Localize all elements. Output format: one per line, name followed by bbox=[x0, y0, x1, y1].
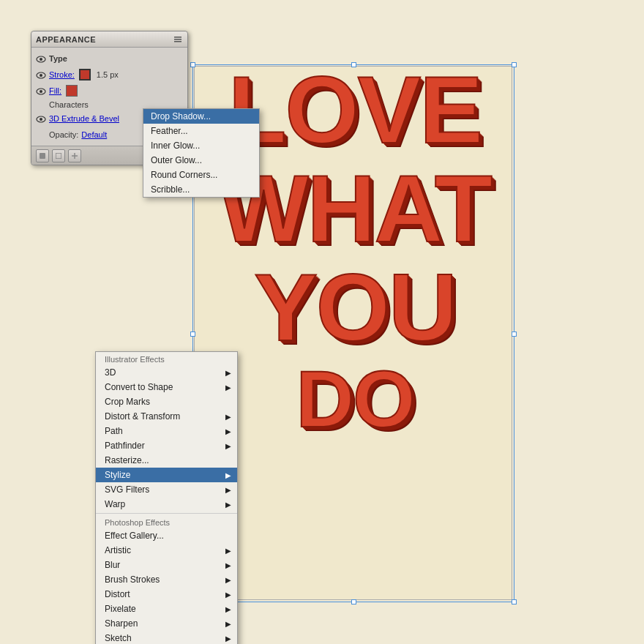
stroke-color-swatch[interactable] bbox=[79, 69, 91, 80]
panel-btn-2[interactable] bbox=[52, 149, 65, 162]
arrow-icon-pathfinder: ▶ bbox=[225, 442, 231, 450]
menu-item-effect-gallery[interactable]: Effect Gallery... bbox=[96, 528, 237, 543]
arrow-icon-artistic: ▶ bbox=[225, 547, 231, 555]
svg-point-4 bbox=[40, 58, 42, 61]
submenu-item-inner-glow[interactable]: Inner Glow... bbox=[143, 138, 259, 153]
panel-menu-button[interactable] bbox=[173, 34, 183, 45]
menu-item-pathfinder[interactable]: Pathfinder ▶ bbox=[96, 438, 237, 453]
stroke-label[interactable]: Stroke: bbox=[49, 70, 75, 79]
menu-item-crop-marks[interactable]: Crop Marks bbox=[96, 394, 237, 409]
arrow-icon-stylize: ▶ bbox=[225, 471, 231, 479]
arrow-icon-path: ▶ bbox=[225, 427, 231, 435]
effect-visibility-eye[interactable] bbox=[36, 115, 46, 122]
fill-visibility-eye[interactable] bbox=[36, 87, 46, 94]
opacity-label: Opacity: bbox=[49, 130, 78, 139]
fill-row: Fill: bbox=[31, 83, 187, 99]
submenu-item-outer-glow[interactable]: Outer Glow... bbox=[143, 153, 259, 168]
submenu-item-round-corners[interactable]: Round Corners... bbox=[143, 168, 259, 182]
submenu-item-feather[interactable]: Feather... bbox=[143, 124, 259, 138]
menu-item-artistic[interactable]: Artistic ▶ bbox=[96, 543, 237, 558]
panel-btn-3[interactable] bbox=[68, 149, 81, 162]
panel-titlebar: APPEARANCE bbox=[31, 31, 187, 48]
stroke-row: Stroke: 1.5 px bbox=[31, 67, 187, 83]
svg-point-6 bbox=[40, 74, 42, 77]
context-menu: Illustrator Effects 3D ▶ Convert to Shap… bbox=[95, 351, 238, 644]
menu-divider-1 bbox=[96, 513, 237, 514]
svg-rect-11 bbox=[40, 153, 45, 159]
arrow-icon-blur: ▶ bbox=[225, 561, 231, 569]
stroke-visibility-eye[interactable] bbox=[36, 71, 46, 78]
menu-item-warp[interactable]: Warp ▶ bbox=[96, 497, 237, 512]
menu-item-pixelate[interactable]: Pixelate ▶ bbox=[96, 602, 237, 616]
menu-item-path[interactable]: Path ▶ bbox=[96, 424, 237, 438]
menu-item-distort[interactable]: Distort ▶ bbox=[96, 587, 237, 602]
svg-rect-0 bbox=[174, 37, 181, 38]
submenu-item-drop-shadow[interactable]: Drop Shadow... bbox=[143, 109, 259, 124]
effect-label[interactable]: 3D Extrude & Bevel bbox=[49, 114, 119, 123]
menu-item-sharpen[interactable]: Sharpen ▶ bbox=[96, 616, 237, 631]
menu-item-distort-transform[interactable]: Distort & Transform ▶ bbox=[96, 409, 237, 424]
menu-item-convert-to-shape[interactable]: Convert to Shape ▶ bbox=[96, 380, 237, 394]
stylize-submenu: Drop Shadow... Feather... Inner Glow... … bbox=[143, 108, 260, 198]
panel-btn-1[interactable] bbox=[36, 149, 49, 162]
menu-item-svg-filters[interactable]: SVG Filters ▶ bbox=[96, 482, 237, 497]
svg-point-8 bbox=[40, 90, 42, 93]
menu-item-rasterize[interactable]: Rasterize... bbox=[96, 453, 237, 468]
fill-color-swatch[interactable] bbox=[66, 85, 78, 97]
fill-label[interactable]: Fill: bbox=[49, 86, 61, 95]
opacity-value[interactable]: Default bbox=[81, 130, 107, 139]
type-visibility-eye[interactable] bbox=[36, 55, 46, 62]
svg-rect-1 bbox=[174, 39, 181, 40]
menu-item-brush-strokes[interactable]: Brush Strokes ▶ bbox=[96, 572, 237, 587]
arrow-icon-sharpen: ▶ bbox=[225, 620, 231, 628]
arrow-icon-3d: ▶ bbox=[225, 369, 231, 377]
svg-rect-12 bbox=[56, 153, 61, 159]
menu-item-sketch[interactable]: Sketch ▶ bbox=[96, 631, 237, 644]
menu-item-3d[interactable]: 3D ▶ bbox=[96, 365, 237, 380]
arrow-icon-warp: ▶ bbox=[225, 501, 231, 509]
submenu-item-scribble[interactable]: Scribble... bbox=[143, 182, 259, 197]
arrow-icon-sketch: ▶ bbox=[225, 634, 231, 643]
arrow-icon-distort-ps: ▶ bbox=[225, 591, 231, 599]
photoshop-effects-header: Photoshop Effects bbox=[96, 515, 237, 528]
svg-rect-2 bbox=[174, 41, 181, 42]
menu-item-stylize[interactable]: Stylize ▶ bbox=[96, 468, 237, 482]
arrow-icon-distort: ▶ bbox=[225, 413, 231, 421]
arrow-icon-pixelate: ▶ bbox=[225, 605, 231, 613]
arrow-icon-convert: ▶ bbox=[225, 383, 231, 392]
svg-point-10 bbox=[40, 118, 42, 121]
menu-item-blur[interactable]: Blur ▶ bbox=[96, 558, 237, 572]
type-row: Type bbox=[31, 50, 187, 67]
arrow-icon-brush: ▶ bbox=[225, 576, 231, 584]
type-label: Type bbox=[49, 54, 67, 63]
arrow-icon-svg: ▶ bbox=[225, 486, 231, 494]
stroke-value: 1.5 px bbox=[97, 70, 119, 79]
illustrator-effects-header: Illustrator Effects bbox=[96, 352, 237, 365]
panel-title: APPEARANCE bbox=[36, 35, 96, 44]
